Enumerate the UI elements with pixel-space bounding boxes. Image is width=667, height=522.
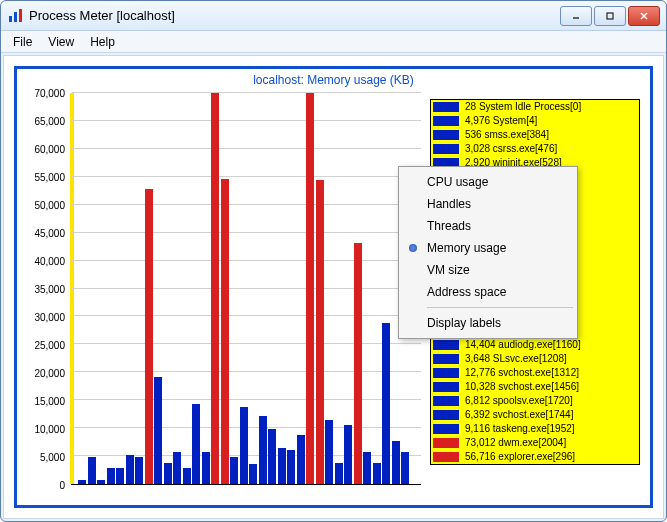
svg-rect-0 [9, 16, 12, 22]
legend-row[interactable]: 56,716 explorer.exe[296] [431, 450, 639, 464]
context-menu-item[interactable]: Address space [401, 281, 575, 303]
legend-label: 9,116 taskeng.exe[1952] [465, 422, 575, 436]
legend-label: 6,392 svchost.exe[1744] [465, 408, 573, 422]
chart-bar[interactable] [316, 180, 324, 484]
chart-bar[interactable] [306, 93, 314, 484]
chart-bar[interactable] [278, 448, 286, 484]
legend-label: 3,648 SLsvc.exe[1208] [465, 352, 567, 366]
grid-line [72, 120, 421, 121]
chart-bar[interactable] [268, 429, 276, 484]
chart-bar[interactable] [126, 455, 134, 484]
titlebar[interactable]: Process Meter [localhost] [1, 1, 666, 31]
chart-bar[interactable] [297, 435, 305, 484]
chart-bar[interactable] [287, 450, 295, 484]
y-tick: 0 [17, 480, 65, 491]
grid-line [72, 232, 421, 233]
app-window: Process Meter [localhost] File View Help… [0, 0, 667, 522]
legend-row[interactable]: 12,776 svchost.exe[1312] [431, 366, 639, 380]
legend-label: 14,404 audiodg.exe[1160] [465, 338, 581, 352]
context-menu-item[interactable]: CPU usage [401, 171, 575, 193]
legend-row[interactable]: 4,976 System[4] [431, 114, 639, 128]
legend-row[interactable]: 10,328 svchost.exe[1456] [431, 380, 639, 394]
legend-swatch [433, 396, 459, 406]
legend-row[interactable]: 6,392 svchost.exe[1744] [431, 408, 639, 422]
chart-bar[interactable] [401, 452, 409, 484]
legend-swatch [433, 410, 459, 420]
chart-bar[interactable] [249, 464, 257, 484]
menu-separator [427, 307, 573, 308]
chart-area[interactable] [71, 93, 421, 485]
context-menu-item[interactable]: Handles [401, 193, 575, 215]
y-tick: 5,000 [17, 452, 65, 463]
context-menu: CPU usageHandlesThreadsMemory usageVM si… [398, 166, 578, 339]
chart-bar[interactable] [354, 243, 362, 484]
chart-bar[interactable] [259, 416, 267, 484]
chart-left-marker [70, 93, 74, 484]
window-controls [560, 6, 660, 26]
svg-rect-4 [607, 13, 613, 19]
chart-bar[interactable] [202, 452, 210, 484]
menu-help[interactable]: Help [82, 33, 123, 51]
legend-row[interactable]: 536 smss.exe[384] [431, 128, 639, 142]
chart-bar[interactable] [183, 468, 191, 484]
chart-bar[interactable] [135, 457, 143, 484]
legend-label: 12,776 svchost.exe[1312] [465, 366, 579, 380]
chart-bar[interactable] [116, 468, 124, 484]
legend-row[interactable]: 9,116 taskeng.exe[1952] [431, 422, 639, 436]
close-button[interactable] [628, 6, 660, 26]
chart-bar[interactable] [392, 441, 400, 484]
chart-bar[interactable] [382, 323, 390, 484]
context-menu-item[interactable]: Display labels [401, 312, 575, 334]
legend-label: 6,812 spoolsv.exe[1720] [465, 394, 573, 408]
context-menu-item[interactable]: VM size [401, 259, 575, 281]
legend-row[interactable]: 14,404 audiodg.exe[1160] [431, 338, 639, 352]
legend-row[interactable]: 3,648 SLsvc.exe[1208] [431, 352, 639, 366]
y-tick: 35,000 [17, 284, 65, 295]
legend-row[interactable]: 28 System Idle Process[0] [431, 100, 639, 114]
chart-bar[interactable] [373, 463, 381, 484]
menu-view[interactable]: View [40, 33, 82, 51]
grid-line [72, 343, 421, 344]
y-axis: 05,00010,00015,00020,00025,00030,00035,0… [17, 93, 69, 485]
chart-bar[interactable] [344, 425, 352, 484]
legend-label: 3,028 csrss.exe[476] [465, 142, 557, 156]
chart-bar[interactable] [145, 189, 153, 484]
chart-bar[interactable] [325, 420, 333, 484]
chart-bar[interactable] [221, 179, 229, 484]
legend-swatch [433, 424, 459, 434]
minimize-button[interactable] [560, 6, 592, 26]
legend-row[interactable]: 6,812 spoolsv.exe[1720] [431, 394, 639, 408]
chart-bar[interactable] [240, 407, 248, 484]
grid-line [72, 92, 421, 93]
context-menu-item[interactable]: Memory usage [401, 237, 575, 259]
y-tick: 30,000 [17, 312, 65, 323]
legend-swatch [433, 116, 459, 126]
chart-bar[interactable] [230, 457, 238, 484]
chart-bar[interactable] [173, 452, 181, 484]
legend-label: 73,012 dwm.exe[2004] [465, 436, 566, 450]
chart-bar[interactable] [107, 468, 115, 484]
maximize-button[interactable] [594, 6, 626, 26]
grid-line [72, 315, 421, 316]
menubar: File View Help [1, 31, 666, 53]
chart-bar[interactable] [192, 404, 200, 484]
chart-bar[interactable] [363, 452, 371, 484]
legend-row[interactable]: 73,012 dwm.exe[2004] [431, 436, 639, 450]
chart-bar[interactable] [154, 377, 162, 484]
y-tick: 50,000 [17, 200, 65, 211]
chart-bar[interactable] [211, 93, 219, 484]
chart-bar[interactable] [78, 480, 86, 484]
chart-title: localhost: Memory usage (KB) [17, 69, 650, 91]
chart-bar[interactable] [335, 463, 343, 484]
chart-bar[interactable] [88, 457, 96, 484]
legend-row[interactable]: 3,028 csrss.exe[476] [431, 142, 639, 156]
grid-line [72, 204, 421, 205]
context-menu-item[interactable]: Threads [401, 215, 575, 237]
app-icon [7, 8, 23, 24]
chart-bar[interactable] [164, 463, 172, 484]
y-tick: 45,000 [17, 228, 65, 239]
legend-swatch [433, 144, 459, 154]
grid-line [72, 399, 421, 400]
chart-bar[interactable] [97, 480, 105, 484]
menu-file[interactable]: File [5, 33, 40, 51]
